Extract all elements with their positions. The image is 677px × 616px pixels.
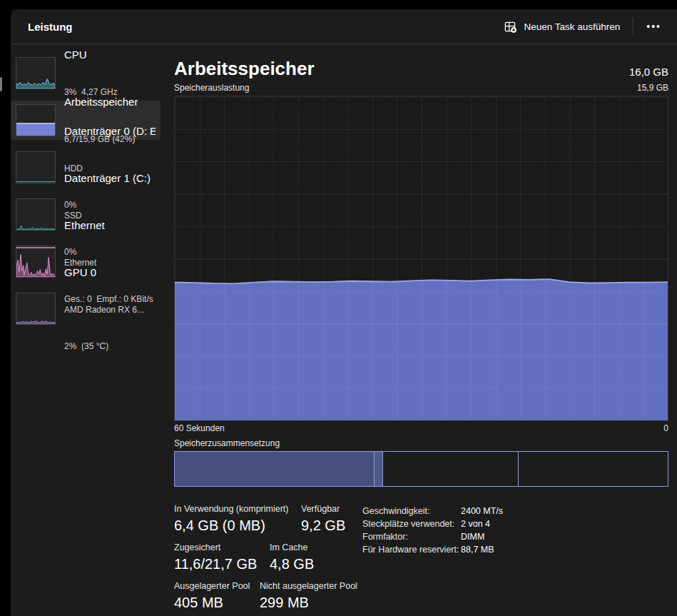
stat-label-nonpaged-pool: Nicht ausgelagerter Pool bbox=[260, 581, 357, 591]
sidebar-item-label: GPU 0 bbox=[64, 266, 144, 279]
stat-label-paged-pool: Ausgelagerter Pool bbox=[174, 581, 260, 591]
stat-label-in-use: In Verwendung (komprimiert) bbox=[174, 504, 301, 514]
panel-title: Arbeitsspeicher bbox=[174, 57, 315, 80]
scrollbar-thumb[interactable] bbox=[0, 77, 2, 91]
composition-segment-modified bbox=[375, 452, 383, 486]
stat-value-cached: 4,8 GB bbox=[270, 556, 314, 572]
sidebar-item-gpu[interactable]: GPU 0 AMD Radeon RX 6... 2% (35 °C) bbox=[11, 289, 161, 328]
memory-detail-panel: Arbeitsspeicher 16,0 GB Speicherauslastu… bbox=[163, 44, 677, 615]
detail-label-slots: Steckplätze verwendet: bbox=[362, 517, 461, 530]
gpu-sparkline bbox=[16, 293, 56, 325]
cpu-sparkline bbox=[16, 57, 56, 89]
stat-label-committed: Zugesichert bbox=[174, 542, 270, 552]
composition-label: Speicherzusammensetzung bbox=[174, 438, 668, 448]
performance-sidebar: CPU 3% 4,27 GHz Arbeitsspeicher 6,7/15,9… bbox=[11, 44, 163, 615]
memory-total: 16,0 GB bbox=[629, 66, 668, 80]
detail-label-speed: Geschwindigkeit: bbox=[362, 505, 461, 517]
memory-usage-chart bbox=[174, 96, 668, 421]
composition-segment-free bbox=[519, 452, 668, 486]
stat-value-committed: 11,6/21,7 GB bbox=[174, 556, 270, 572]
chart-max-label: 15,9 GB bbox=[637, 83, 668, 93]
sidebar-item-label: Datenträger 1 (C:) bbox=[64, 172, 151, 185]
detail-value-form-factor: DIMM bbox=[461, 530, 484, 543]
stat-label-available: Verfügbar bbox=[301, 504, 345, 514]
sidebar-item-label: Datenträger 0 (D: E bbox=[64, 125, 156, 138]
sidebar-item-type: AMD Radeon RX 6... bbox=[64, 305, 144, 315]
stat-value-nonpaged-pool: 299 MB bbox=[260, 595, 357, 611]
composition-segment-standby bbox=[383, 452, 519, 486]
composition-segment-in-use bbox=[175, 452, 375, 486]
stat-value-paged-pool: 405 MB bbox=[174, 595, 260, 611]
memory-composition-bar bbox=[174, 451, 668, 487]
stat-value-available: 9,2 GB bbox=[301, 517, 345, 534]
new-task-icon bbox=[504, 21, 516, 33]
detail-value-hw-reserved: 88,7 MB bbox=[461, 543, 494, 556]
ethernet-sparkline bbox=[16, 246, 56, 278]
header-divider bbox=[633, 17, 633, 36]
hardware-details: Geschwindigkeit: 2400 MT/s Steckplätze v… bbox=[362, 505, 503, 556]
x-axis-left-label: 60 Sekunden bbox=[174, 423, 225, 433]
memory-usage-area bbox=[175, 96, 668, 420]
stat-value-in-use: 6,4 GB (0 MB) bbox=[174, 517, 301, 534]
x-axis-right-label: 0 bbox=[663, 423, 668, 433]
detail-value-slots: 2 von 4 bbox=[461, 517, 490, 530]
sidebar-item-label: Ethernet bbox=[64, 219, 153, 232]
disk0-sparkline bbox=[16, 151, 56, 183]
detail-label-form-factor: Formfaktor: bbox=[362, 530, 461, 543]
detail-label-hw-reserved: Für Hardware reserviert: bbox=[362, 543, 461, 556]
chart-label: Speicherauslastung bbox=[174, 83, 249, 93]
detail-value-speed: 2400 MT/s bbox=[461, 505, 503, 517]
more-options-icon[interactable]: ••• bbox=[638, 16, 670, 36]
run-new-task-label: Neuen Task ausführen bbox=[524, 21, 620, 32]
task-manager-window: Leistung Neuen Task ausführen ••• bbox=[11, 9, 677, 616]
memory-stats: In Verwendung (komprimiert) 6,4 GB (0 MB… bbox=[174, 504, 668, 611]
stat-label-cached: Im Cache bbox=[270, 542, 314, 552]
sidebar-item-stats: 2% (35 °C) bbox=[64, 341, 144, 352]
sidebar-item-label: CPU bbox=[64, 49, 118, 61]
run-new-task-button[interactable]: Neuen Task ausführen bbox=[496, 16, 628, 38]
memory-sparkline bbox=[16, 104, 56, 136]
disk1-sparkline bbox=[16, 198, 56, 231]
